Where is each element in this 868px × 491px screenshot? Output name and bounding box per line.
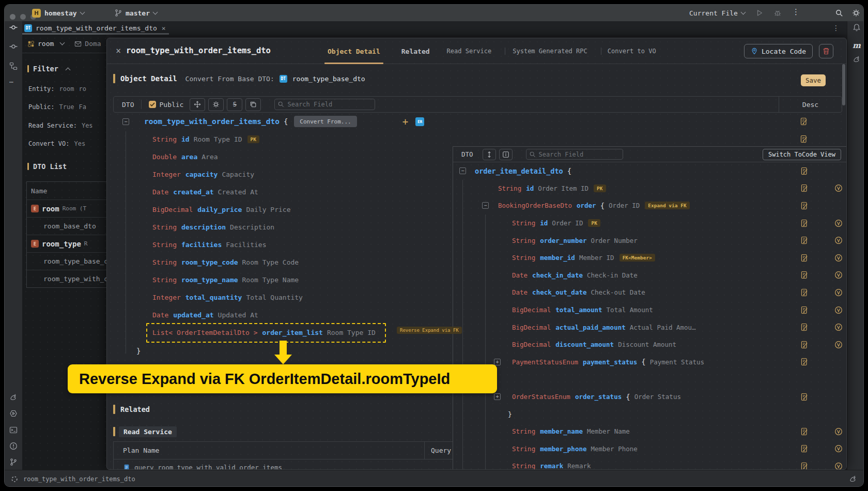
filter-value[interactable]: room xyxy=(59,85,74,93)
field-row-actual-paid-amount[interactable]: BigDecimal actual_paid_amount Actual Pai… xyxy=(453,318,847,336)
collapse-icon[interactable] xyxy=(459,167,466,174)
field-row-check-out-date[interactable]: Date check_out_date Check-out Date xyxy=(453,284,847,301)
scope-selector[interactable]: room xyxy=(38,40,54,48)
vo-circle-icon[interactable] xyxy=(834,288,843,297)
edit-desc-icon[interactable] xyxy=(800,219,809,227)
editor-tab[interactable]: DT room_type_with_order_items_dto × xyxy=(20,21,170,35)
vo-circle-icon[interactable] xyxy=(834,306,843,314)
vo-circle-icon[interactable] xyxy=(834,219,843,227)
filter-value[interactable]: ro xyxy=(79,85,86,93)
field-row-check-in-date[interactable]: Date check_in_date Check-in Date xyxy=(453,267,847,284)
field-row-member-phone[interactable]: String member_phone Member Phone xyxy=(453,440,847,458)
commit-gutter-icon[interactable] xyxy=(9,42,18,51)
expand-icon[interactable] xyxy=(494,393,501,400)
domain-tab[interactable]: Doma xyxy=(85,40,101,48)
add-field-button[interactable]: + xyxy=(402,116,408,127)
panel-close-icon[interactable]: × xyxy=(116,47,121,55)
ai-hand-icon[interactable] xyxy=(853,55,861,64)
field-row-discount-amount[interactable]: BigDecimal discount_amount Discount Amou… xyxy=(453,336,847,354)
assistant-hand-icon[interactable] xyxy=(9,393,18,402)
more-tool-windows-icon[interactable]: ⋯ xyxy=(9,78,18,86)
run-icon[interactable] xyxy=(755,9,764,17)
field-row-payment-status[interactable]: PaymentStatusEnum payment_status { Payme… xyxy=(453,354,847,371)
more-actions-icon[interactable]: ⋮ xyxy=(792,7,800,17)
search-field-input[interactable] xyxy=(274,99,375,110)
field-row-order-id[interactable]: String id Order ID PK xyxy=(453,214,847,232)
filter-value[interactable]: Yes xyxy=(82,122,93,129)
tab-related[interactable]: Related xyxy=(401,48,430,55)
edit-desc-icon[interactable] xyxy=(800,427,809,436)
move-field-button[interactable] xyxy=(190,98,205,111)
base-dto-link[interactable]: room_type_base_dto xyxy=(292,75,365,83)
dto-root-row[interactable]: order_item_detail_dto { xyxy=(453,162,847,180)
vertical-scrollbar[interactable] xyxy=(842,64,845,105)
services-play-icon[interactable] xyxy=(9,409,18,418)
tab-convert-to-vo[interactable]: Convert to VO xyxy=(608,48,656,55)
dto-list-item-selected[interactable]: room_type_with_order_items_dto xyxy=(27,270,106,287)
vo-circle-icon[interactable] xyxy=(834,462,843,470)
edit-desc-icon[interactable] xyxy=(800,393,809,401)
vo-circle-icon[interactable] xyxy=(834,254,843,262)
info-button[interactable] xyxy=(499,149,513,160)
field-row-order[interactable]: BookingOrderBaseDto order { Order ID Exp… xyxy=(453,197,847,214)
window-close-button[interactable] xyxy=(10,14,16,20)
vo-circle-icon[interactable] xyxy=(834,271,843,279)
filter-section-header[interactable]: Filter xyxy=(22,65,75,73)
vo-circle-icon[interactable] xyxy=(834,184,843,192)
filter-value[interactable]: Yes xyxy=(74,140,85,147)
tab-read-service[interactable]: Read Service xyxy=(447,48,492,55)
debug-icon[interactable] xyxy=(773,9,782,17)
filter-value[interactable]: Fa xyxy=(79,103,86,111)
dto-list-item[interactable]: room_type_base_dto xyxy=(27,252,106,270)
vo-circle-icon[interactable] xyxy=(834,427,843,436)
edit-desc-icon[interactable] xyxy=(800,202,809,210)
branch-selector[interactable]: master xyxy=(114,9,157,17)
field-row-total-amount[interactable]: BigDecimal total_amount Total Amount xyxy=(453,301,847,319)
locate-code-button[interactable]: Locate Code xyxy=(744,44,813,58)
filter-value[interactable]: True xyxy=(59,103,74,111)
edit-desc-icon[interactable] xyxy=(800,444,809,453)
run-configuration-selector[interactable]: Current File xyxy=(689,9,745,17)
search-field-input[interactable] xyxy=(526,149,623,160)
window-minimize-button[interactable] xyxy=(20,14,26,20)
public-checkbox[interactable] xyxy=(149,101,156,108)
git-tool-icon[interactable] xyxy=(9,458,18,466)
search-everywhere-icon[interactable] xyxy=(835,9,843,17)
convert-from-button[interactable]: Convert From... xyxy=(294,116,357,127)
tab-options-icon[interactable]: ⋮ xyxy=(832,24,840,32)
vo-circle-icon[interactable] xyxy=(834,444,843,453)
m-plugin-icon[interactable]: m xyxy=(853,41,861,49)
field-row-order-number[interactable]: String order_number Order Number xyxy=(453,232,847,249)
edit-desc-icon[interactable] xyxy=(800,135,808,143)
field-row-id[interactable]: String id Room Type ID PK xyxy=(107,130,846,148)
settings-gear-icon[interactable] xyxy=(852,9,860,17)
tab-object-detail[interactable]: Object Detail xyxy=(328,38,380,64)
tab-close-icon[interactable]: × xyxy=(162,24,166,32)
field-row-id[interactable]: String id Order Item ID PK xyxy=(453,180,847,197)
er-diagram-button[interactable]: ER xyxy=(415,117,424,126)
copy-dto-button[interactable] xyxy=(245,98,261,111)
edit-desc-icon[interactable] xyxy=(800,288,809,297)
edit-desc-icon[interactable] xyxy=(800,254,809,262)
collapse-icon[interactable] xyxy=(482,202,489,209)
expand-icon[interactable] xyxy=(494,359,501,365)
vo-circle-icon[interactable] xyxy=(834,236,843,244)
expand-all-button[interactable] xyxy=(483,149,496,160)
field-row-order-status[interactable]: OrderStatusEnum order_status { Order Sta… xyxy=(453,388,847,406)
vo-circle-icon[interactable] xyxy=(834,341,843,349)
field-row-member-id[interactable]: String member_id Member ID FK<Member> xyxy=(453,249,847,267)
structure-icon[interactable] xyxy=(9,62,18,70)
edit-desc-icon[interactable] xyxy=(800,323,809,331)
field-row-member-name[interactable]: String member_name Member Name xyxy=(453,423,847,440)
collapse-icon[interactable] xyxy=(122,118,129,125)
edit-desc-icon[interactable] xyxy=(800,358,809,366)
commit-icon[interactable] xyxy=(9,23,18,32)
save-button[interactable]: Save xyxy=(801,74,826,86)
field-row-remark[interactable]: String remark Remark xyxy=(453,457,847,470)
dto-list-item-entity[interactable]: E room Room (T xyxy=(27,200,106,217)
edit-desc-icon[interactable] xyxy=(800,462,809,470)
edit-desc-icon[interactable] xyxy=(800,117,808,126)
problems-icon[interactable] xyxy=(9,442,18,450)
tab-system-generated-rpc[interactable]: System Generated RPC xyxy=(513,48,587,55)
vo-circle-icon[interactable] xyxy=(834,323,843,331)
